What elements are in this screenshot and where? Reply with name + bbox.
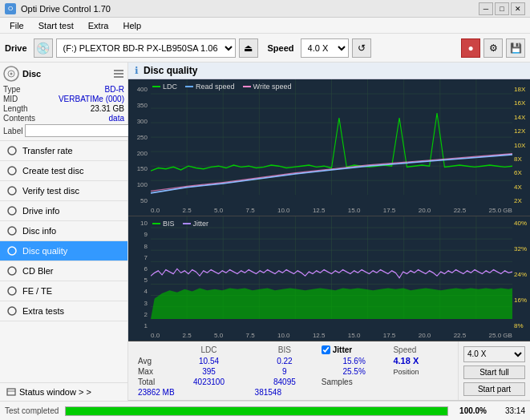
sidebar-item-transfer-rate[interactable]: Transfer rate — [0, 141, 127, 161]
samples-label-text: Samples — [322, 378, 353, 386]
sidebar-item-verify-test-disc[interactable]: Verify test disc — [0, 181, 127, 201]
x1-label-125: 12.5 — [313, 207, 326, 214]
menu-help[interactable]: Help — [116, 19, 148, 32]
sidebar-item-disc-info[interactable]: Disc info — [0, 221, 127, 241]
eject-button[interactable]: ⏏ — [239, 38, 258, 58]
menu-extra[interactable]: Extra — [82, 19, 115, 32]
disc-type-row: Type BD-R — [3, 85, 124, 94]
titlebar-controls: ─ □ ✕ — [479, 2, 525, 15]
titlebar-left: O Opti Drive Control 1.70 — [5, 3, 111, 14]
disc-length-row: Length 23.31 GB — [3, 104, 124, 113]
avg-speed: 4.18 X — [390, 355, 451, 366]
nav-label-transfer-rate: Transfer rate — [22, 146, 73, 155]
bis-legend-line — [152, 223, 160, 224]
sidebar: Disc Type BD-R MID VERBATIMe (000) — [0, 63, 128, 401]
y2-label-8: 8 — [128, 243, 149, 250]
start-part-button[interactable]: Start part — [463, 382, 525, 396]
sidebar-item-fe-te[interactable]: FE / TE — [0, 281, 127, 301]
start-full-button[interactable]: Start full — [463, 365, 525, 379]
y1-r-label-12x: 12X — [512, 127, 530, 135]
svg-point-14 — [8, 307, 16, 315]
drive-icon-btn[interactable]: 💿 — [34, 38, 53, 58]
y1-r-label-2x: 2X — [512, 197, 530, 204]
y1-r-label-4x: 4X — [512, 184, 530, 191]
x2-label-75: 7.5 — [245, 332, 254, 339]
ldc-legend-label: LDC — [163, 83, 177, 91]
titlebar: O Opti Drive Control 1.70 ─ □ ✕ — [0, 0, 530, 18]
y2-label-10: 10 — [128, 220, 149, 227]
x1-label-50: 5.0 — [214, 207, 223, 214]
stats-header-row: LDC BIS Jitter Speed — [135, 345, 451, 355]
x2-label-125: 12.5 — [313, 332, 326, 339]
app-icon: O — [5, 3, 16, 14]
speed-select[interactable]: 4.0 X — [301, 38, 349, 58]
y1-r-label-10x: 10X — [512, 142, 530, 149]
menubar: File Start test Extra Help — [0, 18, 530, 34]
drive-info-icon — [6, 205, 18, 216]
chart1-container: LDC Read speed Write speed — [128, 79, 530, 216]
x2-label-50: 5.0 — [214, 332, 223, 339]
y1-label-300: 300 — [128, 118, 149, 125]
nav-list: Transfer rate Create test disc Verify te… — [0, 141, 127, 321]
y2-r-8: 8% — [512, 322, 530, 329]
read-legend-line — [185, 86, 193, 87]
y1-r-label-14x: 14X — [512, 114, 530, 121]
read-legend-label: Read speed — [196, 83, 235, 91]
legend-read: Read speed — [185, 83, 235, 91]
legend-ldc: LDC — [152, 83, 177, 91]
menu-start-test[interactable]: Start test — [32, 19, 80, 32]
chart1-svg — [151, 79, 512, 204]
ldc-legend-line — [152, 86, 160, 87]
minimize-button[interactable]: ─ — [479, 2, 493, 15]
graph-button[interactable]: ● — [461, 38, 480, 58]
contents-label: Contents — [3, 114, 35, 123]
status-time: 33:14 — [493, 406, 525, 415]
max-ldc: 395 — [167, 366, 251, 377]
jitter-checkbox[interactable] — [322, 345, 330, 354]
save-button[interactable]: 💾 — [506, 38, 525, 58]
y1-label-350: 350 — [128, 102, 149, 109]
x2-label-25: 2.5 — [182, 332, 191, 339]
close-button[interactable]: ✕ — [511, 2, 525, 15]
write-legend-label: Write speed — [253, 83, 292, 91]
settings-button[interactable]: ⚙ — [483, 38, 503, 58]
bis-area — [151, 289, 512, 319]
status-window-button[interactable]: Status window > > — [0, 382, 127, 401]
svg-point-10 — [8, 227, 16, 235]
drive-select[interactable]: (F:) PLEXTOR BD-R PX-LB950SA 1.06 — [56, 38, 236, 58]
sidebar-item-cd-bler[interactable]: CD Bler — [0, 261, 127, 281]
th-bis: BIS — [251, 345, 318, 355]
buttons-panel: 4.0 X Start full Start part — [458, 341, 530, 400]
y2-label-9: 9 — [128, 231, 149, 238]
x2-label-225: 22.5 — [454, 332, 467, 339]
svg-rect-3 — [114, 70, 123, 71]
y1-r-label-16x: 16X — [512, 99, 530, 107]
sidebar-item-drive-info[interactable]: Drive info — [0, 201, 127, 221]
x1-label-100: 10.0 — [277, 207, 290, 214]
total-ldc: 4023100 — [167, 377, 251, 387]
label-input[interactable] — [25, 124, 131, 137]
legend-bis: BIS — [152, 220, 175, 228]
menu-file[interactable]: File — [3, 19, 30, 32]
refresh-button[interactable]: ↺ — [352, 38, 371, 58]
sidebar-item-create-test-disc[interactable]: Create test disc — [0, 161, 127, 181]
create-test-disc-icon — [6, 165, 18, 176]
chart1-y-axis-right: 18X 16X 14X 12X 10X 8X 6X 4X 2X — [512, 86, 530, 204]
y2-label-7: 7 — [128, 254, 149, 261]
charts-area: LDC Read speed Write speed — [128, 79, 530, 401]
legend-jitter: Jitter — [183, 220, 209, 228]
maximize-button[interactable]: □ — [495, 2, 509, 15]
legend-write: Write speed — [243, 83, 292, 91]
x2-label-0: 0.0 — [151, 332, 160, 339]
avg-ldc: 10.54 — [167, 355, 251, 366]
jitter-label: Jitter — [333, 345, 352, 354]
sidebar-item-extra-tests[interactable]: Extra tests — [0, 301, 127, 321]
mid-label: MID — [3, 95, 18, 103]
y1-label-100: 100 — [128, 181, 149, 188]
y2-label-3: 3 — [128, 300, 149, 307]
sidebar-item-disc-quality[interactable]: Disc quality — [0, 241, 127, 261]
disc-info-icon — [6, 225, 18, 236]
y1-label-50: 50 — [128, 197, 149, 204]
x1-label-225: 22.5 — [454, 207, 467, 214]
speed-select-stats[interactable]: 4.0 X — [463, 346, 525, 362]
